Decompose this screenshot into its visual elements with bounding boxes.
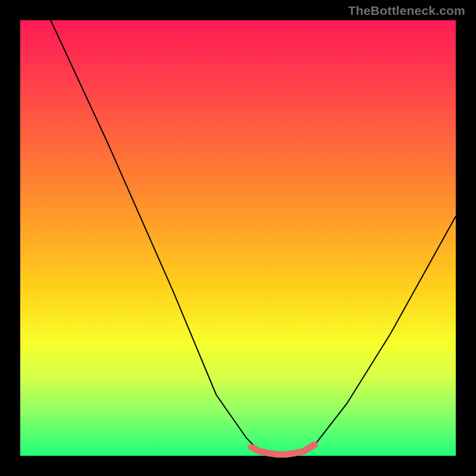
plot-area xyxy=(20,20,456,456)
watermark-text: TheBottleneck.com xyxy=(348,4,465,18)
optimal-marker-dot xyxy=(311,441,318,449)
bottleneck-curve-path xyxy=(51,20,456,456)
curve-layer xyxy=(20,20,456,456)
chart-frame: TheBottleneck.com xyxy=(0,0,476,476)
optimal-marker-path xyxy=(251,445,314,455)
